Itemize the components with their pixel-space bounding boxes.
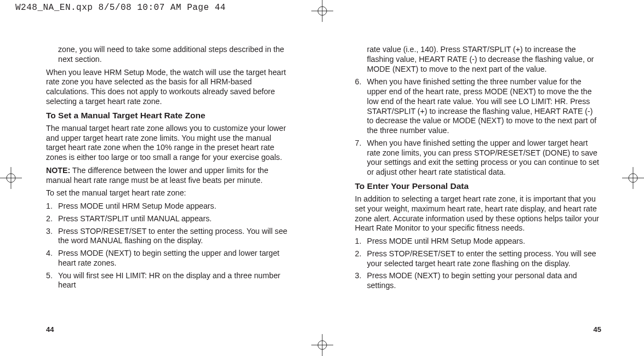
list-item: 6.When you have finished setting the thr… [355, 77, 602, 136]
print-slug-line: W248_NA_EN.qxp 8/5/08 10:07 AM Page 44 [15, 2, 226, 13]
list-item: 2.Press START/SPLIT until MANUAL appears… [46, 214, 290, 224]
list-number: 4. [46, 249, 58, 268]
body-paragraph: To set the manual target heart rate zone… [46, 188, 290, 198]
continuation-text: zone, you will need to take some additio… [46, 45, 290, 65]
list-number: 1. [46, 202, 58, 211]
list-text: Press MODE until HRM Setup Mode appears. [367, 237, 602, 246]
list-item: 7.When you have finished setting the upp… [355, 139, 602, 177]
list-item: 2.Press STOP/RESET/SET to enter the sett… [355, 249, 602, 269]
list-text: When you have finished setting the upper… [367, 139, 602, 177]
page-number-right: 45 [594, 325, 601, 334]
note-label: NOTE: [46, 166, 70, 175]
continuation-text: rate value (i.e., 140). Press START/SPLI… [355, 45, 602, 74]
list-text: Press MODE (NEXT) to begin setting the u… [58, 249, 290, 268]
ordered-list: 1.Press MODE until HRM Setup Mode appear… [46, 202, 290, 290]
list-text: When you have finished setting the three… [367, 77, 602, 136]
list-number: 2. [355, 249, 367, 269]
list-number: 3. [355, 271, 367, 291]
list-item: 3.Press STOP/RESET/SET to enter the sett… [46, 227, 290, 246]
list-number: 2. [46, 214, 58, 224]
page-number-left: 44 [46, 325, 54, 334]
list-text: Press MODE (NEXT) to begin setting your … [367, 271, 602, 291]
list-item: 3.Press MODE (NEXT) to begin setting you… [355, 271, 602, 291]
page-right: rate value (i.e., 140). Press START/SPLI… [322, 45, 645, 324]
list-text: Press STOP/RESET/SET to enter the settin… [367, 249, 602, 269]
list-item: 1.Press MODE until HRM Setup Mode appear… [46, 202, 290, 211]
note-paragraph: NOTE: The difference between the lower a… [46, 166, 290, 186]
list-number: 6. [355, 77, 367, 136]
registration-mark-bottom [311, 334, 333, 356]
list-text: Press MODE until HRM Setup Mode appears. [58, 202, 290, 211]
list-number: 1. [355, 237, 367, 246]
page-spread: zone, you will need to take some additio… [0, 45, 644, 324]
body-paragraph: When you leave HRM Setup Mode, the watch… [46, 68, 290, 107]
section-heading: To Enter Your Personal Data [355, 181, 602, 191]
body-paragraph: In addition to selecting a target heart … [355, 194, 602, 233]
ordered-list: 6.When you have finished setting the thr… [355, 77, 602, 177]
body-paragraph: The manual target heart rate zone allows… [46, 124, 290, 163]
registration-mark-top [311, 0, 333, 22]
list-number: 3. [46, 227, 58, 246]
list-text: You will first see HI LIMIT: HR on the d… [58, 271, 290, 291]
list-item: 1.Press MODE until HRM Setup Mode appear… [355, 237, 602, 246]
section-heading: To Set a Manual Target Heart Rate Zone [46, 110, 290, 120]
ordered-list: 1.Press MODE until HRM Setup Mode appear… [355, 237, 602, 291]
page-left: zone, you will need to take some additio… [0, 45, 322, 324]
list-text: Press START/SPLIT until MANUAL appears. [58, 214, 290, 224]
list-item: 4.Press MODE (NEXT) to begin setting the… [46, 249, 290, 268]
list-number: 5. [46, 271, 58, 291]
list-item: 5.You will first see HI LIMIT: HR on the… [46, 271, 290, 291]
note-text: The difference between the lower and upp… [46, 166, 269, 185]
list-text: Press STOP/RESET/SET to enter the settin… [58, 227, 290, 246]
list-number: 7. [355, 139, 367, 177]
